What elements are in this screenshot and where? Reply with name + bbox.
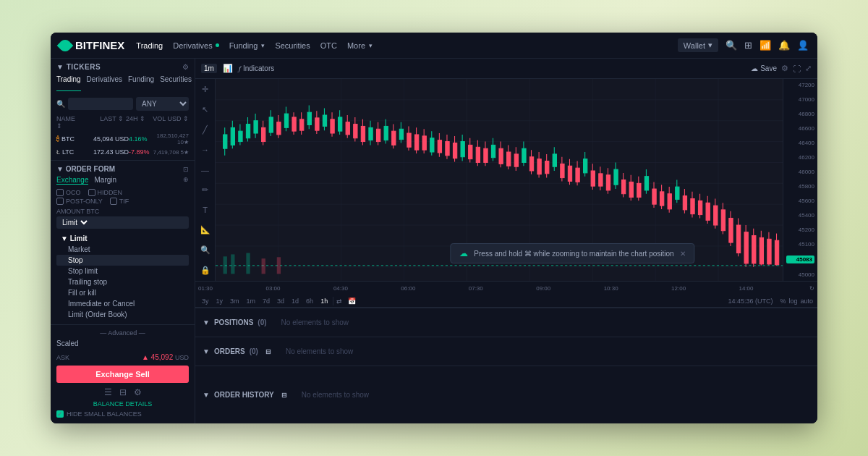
line-tool[interactable]: ╱	[199, 123, 212, 136]
wallet-button[interactable]: Wallet ▾	[678, 38, 718, 52]
price-axis: 47200 47000 46800 46600 46400 46200 4600…	[783, 79, 817, 281]
indicators-btn[interactable]: 𝑓 Indicators	[239, 64, 274, 73]
positions-no-data: No elements to show	[274, 316, 817, 329]
period-3m[interactable]: 3m	[228, 297, 242, 305]
svg-rect-47	[491, 145, 495, 157]
log-button[interactable]: log	[788, 297, 797, 305]
period-6h[interactable]: 6h	[304, 297, 315, 305]
save-button[interactable]: ☁ Save	[751, 64, 777, 72]
chart-toolbar: 1m 📊 𝑓 Indicators ☁ Save ⚙ ⛶ ⤢	[195, 59, 817, 79]
order-form-expand[interactable]: ⊡	[183, 166, 189, 173]
order-type-limit[interactable]: ▼ Limit	[56, 233, 189, 244]
chart-area: 1m 📊 𝑓 Indicators ☁ Save ⚙ ⛶ ⤢	[195, 59, 817, 423]
chart-settings-icon[interactable]: ⚙	[781, 64, 788, 73]
period-1d[interactable]: 1d	[289, 297, 301, 305]
tab-exchange[interactable]: Exchange	[56, 176, 88, 185]
post-only-checkbox[interactable]	[56, 198, 64, 205]
period-1y[interactable]: 1y	[214, 297, 226, 305]
oco-label: OCO	[66, 189, 81, 196]
bell-icon[interactable]: 🔔	[778, 40, 790, 51]
user-icon[interactable]: 👤	[797, 40, 809, 51]
period-3d[interactable]: 3d	[275, 297, 286, 305]
ticker-search-input[interactable]	[68, 98, 133, 110]
orders-filter-icon[interactable]: ⊟	[265, 348, 271, 355]
period-1h[interactable]: 1h	[318, 297, 330, 305]
period-1m[interactable]: 1m	[244, 297, 258, 305]
refresh-icon[interactable]: ↻	[809, 285, 814, 292]
chart-fullscreen-icon[interactable]: ⤢	[805, 64, 812, 73]
chart-main: BTC/USD 1 Bitfinex O45127 H45158 L45078 …	[216, 79, 783, 281]
balance-details-link[interactable]: BALANCE DETAILS	[51, 399, 195, 409]
ticker-filter-select[interactable]: ANY	[136, 97, 189, 111]
sync-icon[interactable]: ⇄	[336, 297, 342, 305]
order-type-scaled[interactable]: Scaled	[51, 338, 195, 349]
chart-type-icon[interactable]: 📊	[223, 64, 233, 73]
grid-icon[interactable]: ⊞	[744, 40, 752, 51]
ticker-row-ltc[interactable]: Ł LTC 172.43 USD -7.89% 7,419,708 5★	[51, 147, 195, 157]
period-7d[interactable]: 7d	[260, 297, 272, 305]
tooltip-close-button[interactable]: ✕	[680, 250, 686, 258]
percent-icon[interactable]: %	[780, 297, 786, 305]
logo-leaf-icon	[57, 37, 74, 54]
order-type-dropdown[interactable]: Limit	[59, 218, 90, 227]
tif-checkbox[interactable]	[110, 198, 117, 205]
orders-header: ▼ ORDERS (0) ⊟	[195, 345, 278, 358]
svg-rect-33	[323, 115, 326, 126]
text-tool[interactable]: T	[199, 203, 212, 216]
nav-more[interactable]: More ▾	[347, 41, 373, 50]
tab-funding[interactable]: Funding	[128, 75, 154, 91]
nav-trading[interactable]: Trading	[136, 41, 163, 50]
cursor-tool[interactable]: ↖	[199, 104, 212, 117]
period-3y[interactable]: 3y	[200, 297, 211, 305]
tab-securities[interactable]: Securities	[160, 75, 192, 91]
chart-timestamp: 14:45:36 (UTC)	[728, 297, 773, 305]
order-type-fok[interactable]: Fill or kill	[56, 287, 189, 298]
tab-margin[interactable]: Margin	[94, 176, 116, 185]
tab-derivatives[interactable]: Derivatives	[87, 75, 122, 91]
order-list-icon[interactable]: ☰	[104, 387, 112, 397]
chart-expand-icon[interactable]: ⛶	[793, 64, 801, 73]
ray-tool[interactable]: →	[199, 143, 212, 156]
lock-tool[interactable]: 🔒	[199, 263, 212, 276]
order-type-trailing-stop[interactable]: Trailing stop	[56, 276, 189, 287]
calendar-icon[interactable]: 📅	[348, 297, 356, 305]
order-type-ioc[interactable]: Immediate or Cancel	[56, 298, 189, 309]
nav-securities[interactable]: Securities	[275, 41, 310, 50]
order-type-stop-limit[interactable]: Stop limit	[56, 266, 189, 276]
timeframe-1m[interactable]: 1m	[201, 64, 217, 73]
horizontal-tool[interactable]: —	[199, 164, 212, 177]
order-type-stop[interactable]: Stop	[56, 255, 189, 266]
pencil-tool[interactable]: ✏	[199, 184, 212, 197]
order-history-section: ▼ ORDER HISTORY ⊟ No elements to show	[195, 366, 817, 423]
tickers-settings-icon[interactable]: ⚙	[182, 63, 189, 71]
ticker-row-btc[interactable]: ₿ BTC 45,094 USD 4.16% 182,510,427 10★	[51, 131, 195, 147]
derivatives-dot	[216, 43, 219, 47]
svg-rect-141	[698, 200, 702, 214]
order-form-info-icon[interactable]: ⊕	[183, 176, 189, 185]
exchange-sell-button[interactable]: Exchange Sell	[56, 366, 189, 383]
nav-otc[interactable]: OTC	[320, 41, 337, 50]
indicators-icon: 𝑓	[239, 64, 241, 73]
auto-button[interactable]: auto	[800, 297, 813, 305]
orders-row: ▼ ORDERS (0) ⊟ No elements to show	[195, 337, 817, 366]
oco-checkbox[interactable]	[56, 189, 64, 196]
order-history-filter-icon[interactable]: ⊟	[281, 392, 287, 399]
tab-trading[interactable]: Trading	[56, 75, 81, 91]
nav-funding[interactable]: Funding ▾	[229, 41, 265, 50]
order-type-market[interactable]: Market	[56, 244, 189, 255]
measure-tool[interactable]: 📐	[199, 224, 212, 237]
logo-text: BITFINEX	[75, 39, 124, 51]
crosshair-tool[interactable]: ✛	[199, 83, 212, 96]
advanced-label: — Advanced —	[51, 328, 195, 338]
nav-derivatives[interactable]: Derivatives	[173, 41, 218, 50]
svg-rect-165	[231, 254, 234, 274]
order-grid-icon[interactable]: ⊟	[119, 387, 127, 397]
order-settings-icon[interactable]: ⚙	[134, 387, 142, 397]
hidden-checkbox[interactable]	[88, 189, 95, 196]
order-type-lob[interactable]: Limit (Order Book)	[56, 309, 189, 320]
tickers-tabs: Trading Derivatives Funding Securities M…	[51, 75, 195, 94]
zoom-tool[interactable]: 🔍	[199, 244, 212, 257]
wifi-icon[interactable]: 📶	[760, 40, 771, 51]
search-icon[interactable]: 🔍	[726, 40, 737, 51]
hide-small-checkbox[interactable]: ✓	[56, 410, 64, 418]
